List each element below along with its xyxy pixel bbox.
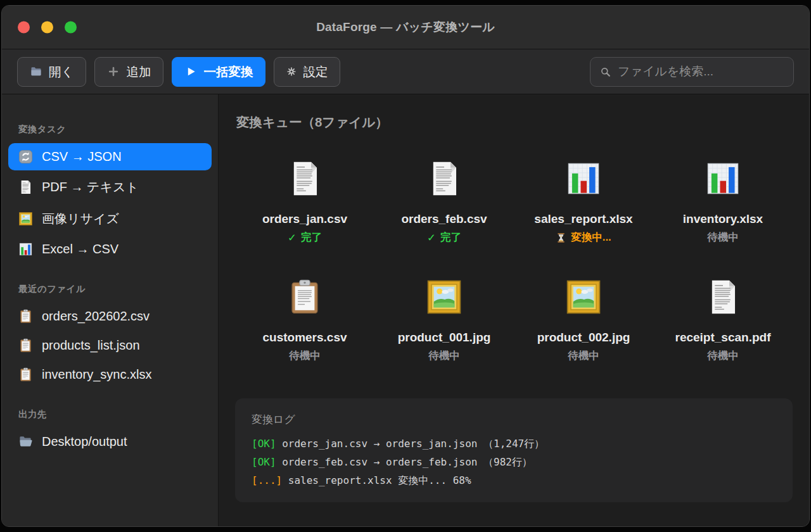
log-tag: [OK] — [252, 438, 276, 450]
file-name: inventory.xlsx — [653, 212, 793, 226]
log-panel: 変換ログ [OK] orders_jan.csv → orders_jan.js… — [235, 398, 793, 502]
hourglass-icon — [556, 232, 566, 243]
picture-icon — [565, 307, 602, 317]
sidebar-item-products-list-json[interactable]: products_list.json — [8, 332, 212, 359]
close-button[interactable] — [18, 22, 30, 34]
sidebar-item-image-resize[interactable]: 画像リサイズ — [8, 204, 212, 234]
file-status: 待機中 — [235, 349, 374, 363]
log-line: [OK] orders_jan.csv → orders_jan.json （1… — [252, 434, 776, 453]
folder-icon — [30, 65, 42, 78]
folder-open-icon — [18, 434, 33, 449]
search-input[interactable] — [618, 65, 784, 79]
sidebar-item-pdf-text[interactable]: PDF → テキスト — [8, 172, 212, 202]
search-icon — [599, 66, 611, 78]
file-item-sales-report-xlsx[interactable]: sales_report.xlsx変換中... — [514, 160, 653, 244]
add-button[interactable]: 追加 — [94, 57, 163, 87]
file-item-receipt-scan-pdf[interactable]: receipt_scan.pdf待機中 — [653, 279, 793, 363]
settings-button[interactable]: 設定 — [274, 57, 340, 87]
file-name: product_001.jpg — [374, 331, 514, 345]
file-status: 待機中 — [374, 349, 514, 363]
play-icon — [184, 65, 197, 78]
clipboard-icon — [286, 307, 323, 317]
sidebar-section-header: 出力先 — [18, 408, 201, 421]
batch-convert-button[interactable]: 一括変換 — [172, 57, 265, 87]
toolbar: 開く 追加 一括変換 設定 — [2, 49, 809, 94]
sidebar-item-label: CSV → JSON — [42, 149, 122, 164]
sidebar-section: 変換タスクCSV → JSONPDF → テキスト画像リサイズExcel → C… — [2, 124, 218, 263]
add-button-label: 追加 — [126, 63, 151, 80]
app-window: DataForge — バッチ変換ツール 開く 追加 一括変換 設定 変換タスク… — [1, 5, 810, 527]
file-item-orders-feb-csv[interactable]: orders_feb.csv✓完了 — [374, 160, 514, 244]
plus-icon — [107, 65, 120, 78]
file-item-orders-jan-csv[interactable]: orders_jan.csv✓完了 — [235, 160, 374, 244]
batch-convert-label: 一括変換 — [203, 63, 253, 80]
file-status-label: 待機中 — [428, 349, 460, 363]
log-tag: [...] — [252, 474, 282, 486]
open-button-label: 開く — [49, 63, 73, 80]
file-name: receipt_scan.pdf — [653, 331, 793, 345]
sidebar-item-label: Excel → CSV — [42, 242, 118, 256]
clipboard-icon — [18, 367, 33, 382]
titlebar: DataForge — バッチ変換ツール — [2, 6, 809, 49]
file-status-label: 待機中 — [707, 349, 739, 363]
sidebar-item-label: orders_202602.csv — [42, 309, 150, 324]
main-panel: 変換キュー（8ファイル） orders_jan.csv✓完了orders_feb… — [219, 94, 809, 526]
traffic-lights — [18, 22, 77, 34]
log-line: [OK] orders_feb.csv → orders_feb.json （9… — [252, 453, 776, 471]
sidebar-item-orders-202602-csv[interactable]: orders_202602.csv — [8, 303, 212, 330]
file-status-label: 待機中 — [289, 349, 321, 363]
file-item-product-002-jpg[interactable]: product_002.jpg待機中 — [514, 279, 653, 363]
sidebar-item-desktop-output[interactable]: Desktop/output — [8, 428, 212, 455]
barchart-icon — [705, 188, 741, 199]
sync-icon — [18, 149, 33, 164]
file-status-label: 変換中... — [571, 231, 611, 244]
sidebar-item-label: inventory_sync.xlsx — [42, 367, 151, 382]
sidebar: 変換タスクCSV → JSONPDF → テキスト画像リサイズExcel → C… — [2, 94, 219, 526]
file-status: 待機中 — [653, 349, 793, 363]
content-area: 変換タスクCSV → JSONPDF → テキスト画像リサイズExcel → C… — [2, 94, 809, 526]
sidebar-section-header: 変換タスク — [18, 124, 201, 136]
log-text: orders_feb.csv → orders_feb.json （982行） — [276, 456, 532, 468]
maximize-button[interactable] — [65, 22, 77, 34]
file-status-label: 完了 — [301, 231, 322, 244]
document-icon — [705, 307, 741, 317]
sidebar-item-label: 画像リサイズ — [42, 210, 119, 227]
sidebar-section-header: 最近のファイル — [18, 283, 201, 295]
file-name: orders_jan.csv — [235, 212, 374, 226]
file-status: 変換中... — [514, 231, 653, 244]
sidebar-section: 出力先Desktop/output — [2, 408, 218, 455]
clipboard-icon — [18, 309, 33, 324]
sidebar-item-label: Desktop/output — [42, 434, 127, 449]
picture-icon — [426, 307, 463, 317]
file-status-label: 待機中 — [707, 231, 739, 244]
log-line: [...] sales_report.xlsx 変換中... 68% — [252, 471, 776, 490]
search-box[interactable] — [590, 57, 794, 87]
file-name: product_002.jpg — [514, 331, 653, 345]
sidebar-item-label: PDF → テキスト — [42, 179, 139, 196]
picture-icon — [18, 212, 33, 226]
gear-icon — [286, 66, 297, 77]
log-text: orders_jan.csv → orders_jan.json （1,247行… — [276, 438, 545, 450]
file-status: ✓完了 — [235, 231, 374, 244]
file-name: customers.csv — [235, 331, 374, 345]
queue-title: 変換キュー（8ファイル） — [236, 113, 793, 131]
file-grid: orders_jan.csv✓完了orders_feb.csv✓完了sales_… — [235, 160, 793, 363]
barchart-icon — [565, 188, 602, 199]
file-status-label: 完了 — [440, 231, 461, 244]
file-item-product-001-jpg[interactable]: product_001.jpg待機中 — [374, 279, 514, 363]
barchart-icon — [18, 242, 33, 256]
file-name: orders_feb.csv — [374, 212, 514, 226]
log-lines: [OK] orders_jan.csv → orders_jan.json （1… — [252, 434, 776, 490]
sidebar-item-csv-json[interactable]: CSV → JSON — [8, 143, 212, 170]
file-status: 待機中 — [653, 231, 793, 244]
document-icon — [18, 180, 33, 194]
open-button[interactable]: 開く — [17, 57, 86, 87]
file-item-customers-csv[interactable]: customers.csv待機中 — [235, 279, 374, 363]
minimize-button[interactable] — [41, 22, 53, 34]
check-icon: ✓ — [427, 232, 436, 244]
file-status: 待機中 — [514, 349, 653, 363]
settings-button-label: 設定 — [303, 63, 328, 80]
file-item-inventory-xlsx[interactable]: inventory.xlsx待機中 — [653, 160, 793, 244]
sidebar-item-excel-csv[interactable]: Excel → CSV — [8, 236, 212, 263]
sidebar-item-inventory-sync-xlsx[interactable]: inventory_sync.xlsx — [8, 361, 212, 388]
